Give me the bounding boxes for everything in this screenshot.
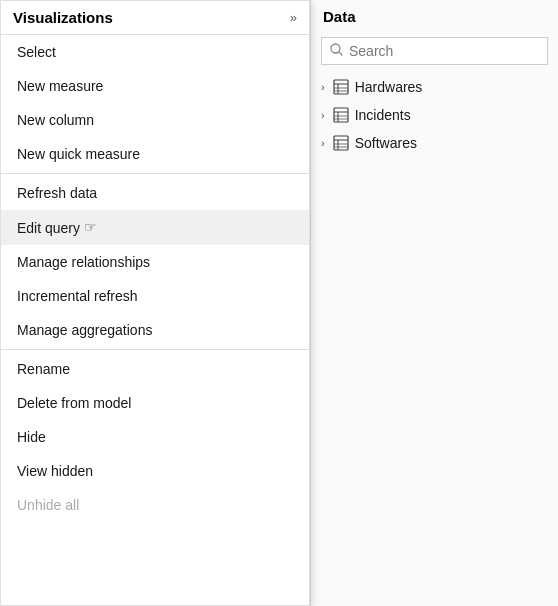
data-item-label-hardwares: Hardwares — [355, 79, 423, 95]
menu-item-label-refresh-data: Refresh data — [17, 185, 97, 201]
menu-item-label-manage-relationships: Manage relationships — [17, 254, 150, 270]
menu-item-label-new-measure: New measure — [17, 78, 103, 94]
data-panel-title: Data — [311, 0, 558, 33]
svg-rect-7 — [334, 108, 348, 122]
menu-item-label-manage-aggregations: Manage aggregations — [17, 322, 152, 338]
menu-item-incremental-refresh[interactable]: Incremental refresh — [1, 279, 309, 313]
menu-item-delete-from-model[interactable]: Delete from model — [1, 386, 309, 420]
expand-icon[interactable]: » — [290, 10, 297, 25]
menu-item-label-new-quick-measure: New quick measure — [17, 146, 140, 162]
menu-item-select[interactable]: Select — [1, 35, 309, 69]
data-panel: Data › Hardwares› Incidents› — [310, 0, 558, 606]
data-item-softwares[interactable]: › Softwares — [311, 129, 558, 157]
search-icon — [330, 43, 343, 59]
panel-title: Visualizations — [13, 9, 113, 26]
table-icon — [333, 107, 349, 123]
menu-item-manage-relationships[interactable]: Manage relationships — [1, 245, 309, 279]
search-box[interactable] — [321, 37, 548, 65]
search-input[interactable] — [349, 43, 539, 59]
menu-item-label-hide: Hide — [17, 429, 46, 445]
menu-item-edit-query[interactable]: Edit query☞ — [1, 210, 309, 245]
menu-divider — [1, 349, 309, 350]
menu-item-hide[interactable]: Hide — [1, 420, 309, 454]
menu-item-label-rename: Rename — [17, 361, 70, 377]
menu-divider — [1, 173, 309, 174]
menu-item-label-edit-query: Edit query — [17, 220, 80, 236]
chevron-right-icon: › — [321, 81, 325, 93]
menu-item-label-delete-from-model: Delete from model — [17, 395, 131, 411]
menu-item-unhide-all: Unhide all — [1, 488, 309, 522]
menu-item-new-measure[interactable]: New measure — [1, 69, 309, 103]
menu-item-refresh-data[interactable]: Refresh data — [1, 176, 309, 210]
data-items-list: › Hardwares› Incidents› Softwares — [311, 73, 558, 157]
table-icon — [333, 135, 349, 151]
svg-rect-2 — [334, 80, 348, 94]
data-item-incidents[interactable]: › Incidents — [311, 101, 558, 129]
cursor-icon: ☞ — [84, 219, 97, 236]
panel-header: Visualizations » — [1, 1, 309, 35]
chevron-right-icon: › — [321, 109, 325, 121]
data-item-hardwares[interactable]: › Hardwares — [311, 73, 558, 101]
menu-item-new-quick-measure[interactable]: New quick measure — [1, 137, 309, 171]
menu-item-label-incremental-refresh: Incremental refresh — [17, 288, 138, 304]
chevron-right-icon: › — [321, 137, 325, 149]
menu-item-view-hidden[interactable]: View hidden — [1, 454, 309, 488]
table-icon — [333, 79, 349, 95]
menu-item-label-select: Select — [17, 44, 56, 60]
menu-item-label-view-hidden: View hidden — [17, 463, 93, 479]
menu-item-new-column[interactable]: New column — [1, 103, 309, 137]
svg-line-1 — [339, 52, 342, 55]
menu-item-label-unhide-all: Unhide all — [17, 497, 79, 513]
menu-item-rename[interactable]: Rename — [1, 352, 309, 386]
data-item-label-softwares: Softwares — [355, 135, 417, 151]
menu-item-label-new-column: New column — [17, 112, 94, 128]
menu-container: SelectNew measureNew columnNew quick mea… — [1, 35, 309, 522]
data-item-label-incidents: Incidents — [355, 107, 411, 123]
menu-item-manage-aggregations[interactable]: Manage aggregations — [1, 313, 309, 347]
svg-rect-12 — [334, 136, 348, 150]
visualizations-menu: Visualizations » SelectNew measureNew co… — [0, 0, 310, 606]
